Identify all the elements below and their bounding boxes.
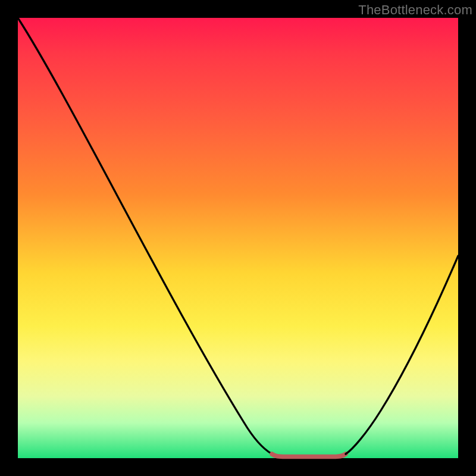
chart-frame: TheBottleneck.com xyxy=(0,0,476,476)
watermark-text: TheBottleneck.com xyxy=(358,2,472,18)
chart-curves-svg xyxy=(18,18,458,458)
curve-flat xyxy=(272,454,346,457)
curve-right xyxy=(346,256,458,454)
curve-left xyxy=(18,18,272,454)
